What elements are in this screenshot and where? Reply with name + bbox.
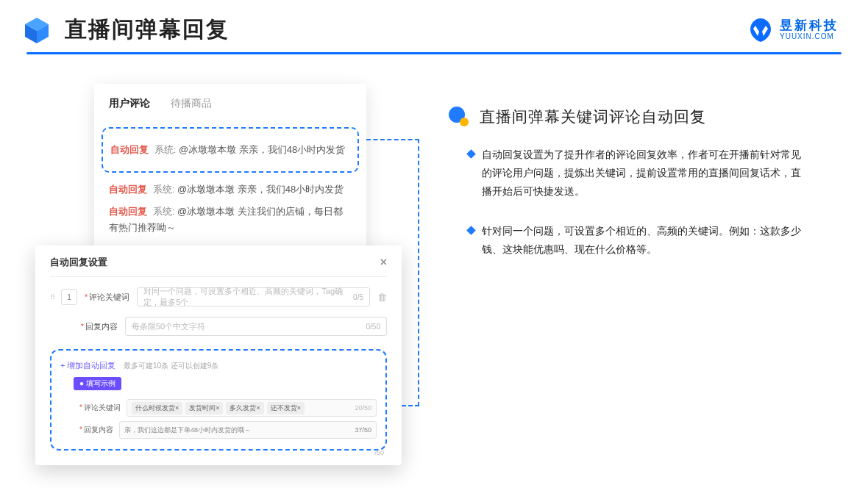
content-row: *回复内容 每条限50个中文字符 0/50 bbox=[50, 317, 387, 336]
close-icon[interactable]: × bbox=[380, 256, 387, 269]
content-placeholder: 每条限50个中文字符 bbox=[132, 321, 205, 332]
comments-tabs: 用户评论 待播商品 bbox=[109, 97, 352, 117]
comment-row: 自动回复 系统: @冰墩墩本墩 亲亲，我们48小时内发货 bbox=[109, 182, 352, 198]
keyword-chip[interactable]: 发货时间× bbox=[185, 402, 223, 415]
ex-keyword-label: 评论关键词 bbox=[84, 403, 121, 412]
add-sub-text: 最多可建10条 还可以创建9条 bbox=[124, 362, 218, 370]
keyword-chip[interactable]: 什么时候发货× bbox=[132, 402, 182, 415]
add-auto-reply-link[interactable]: + 增加自动回复 bbox=[60, 361, 115, 370]
chat-bubble-icon bbox=[447, 106, 469, 128]
example-keyword-input[interactable]: 什么时候发货× 发货时间× 多久发货× 还不发货× 20/50 bbox=[127, 399, 377, 417]
keyword-chip[interactable]: 多久发货× bbox=[226, 402, 263, 415]
keyword-count: 0/5 bbox=[353, 293, 363, 301]
example-keyword-row: *评论关键词 什么时候发货× 发货时间× 多久发货× 还不发货× 20/50 bbox=[79, 399, 377, 417]
keyword-label: 评论关键词 bbox=[89, 293, 129, 301]
keyword-chip[interactable]: 还不发货× bbox=[267, 402, 305, 415]
settings-title: 自动回复设置 bbox=[50, 256, 107, 269]
content-label: 回复内容 bbox=[85, 322, 118, 331]
diamond-bullet-icon bbox=[466, 149, 476, 159]
system-label: 系统: bbox=[153, 206, 175, 217]
bullet-text: 自动回复设置为了提升作者的评论回复效率，作者可在开播前针对常见的评论用户问题，提… bbox=[482, 146, 806, 201]
right-column: 直播间弹幕关键词评论自动回复 自动回复设置为了提升作者的评论回复效率，作者可在开… bbox=[447, 84, 833, 279]
comment-text: @冰墩墩本墩 亲亲，我们48小时内发货 bbox=[179, 144, 345, 155]
comment-row: 自动回复 系统: @冰墩墩本墩 亲亲，我们48小时内发货 bbox=[110, 142, 350, 158]
tab-user-comments[interactable]: 用户评论 bbox=[109, 97, 150, 116]
cube-icon bbox=[22, 15, 51, 45]
connector-line bbox=[418, 139, 419, 406]
system-label: 系统: bbox=[154, 144, 177, 155]
section-header: 直播间弹幕关键词评论自动回复 bbox=[447, 106, 833, 128]
brand-block: 昱新科技 YUUXIN.COM bbox=[747, 17, 839, 43]
content-input[interactable]: 每条限50个中文字符 0/50 bbox=[125, 317, 387, 336]
example-pill: ● 填写示例 bbox=[74, 377, 121, 390]
example-block: + 增加自动回复 最多可建10条 还可以创建9条 ● 填写示例 *评论关键词 什… bbox=[50, 349, 387, 451]
auto-reply-badge: 自动回复 bbox=[110, 144, 149, 155]
section-title: 直播间弹幕关键词评论自动回复 bbox=[480, 107, 706, 127]
brand-logo-icon bbox=[747, 17, 774, 43]
page-title: 直播间弹幕回复 bbox=[65, 15, 230, 45]
connector-line bbox=[402, 405, 419, 406]
brand-name: 昱新科技 bbox=[780, 19, 839, 32]
auto-reply-settings-panel: 自动回复设置 × ⠿ 1 *评论关键词 对同一个问题，可设置多个相近、高频的关键… bbox=[35, 245, 402, 465]
page-header: 直播间弹幕回复 昱新科技 YUUXIN.COM bbox=[0, 0, 868, 52]
ex-content-value: 亲，我们这边都是下单48小时内发货的哦～ bbox=[124, 426, 251, 435]
bullet-item: 针对同一个问题，可设置多个相近的、高频的关键词。例如：这款多少钱、这块能优惠吗、… bbox=[468, 222, 806, 259]
comment-text: @冰墩墩本墩 亲亲，我们48小时内发货 bbox=[177, 184, 344, 195]
tab-pending-goods[interactable]: 待播商品 bbox=[171, 97, 212, 116]
auto-reply-badge: 自动回复 bbox=[109, 184, 147, 195]
diamond-bullet-icon bbox=[466, 226, 476, 235]
connector-line bbox=[366, 139, 419, 140]
bullet-item: 自动回复设置为了提升作者的评论回复效率，作者可在开播前针对常见的评论用户问题，提… bbox=[468, 146, 806, 201]
ex-content-count: 37/50 bbox=[355, 426, 371, 434]
stray-count: /50 bbox=[374, 449, 384, 456]
drag-handle-icon[interactable]: ⠿ bbox=[50, 293, 54, 301]
bullet-text: 针对同一个问题，可设置多个相近的、高频的关键词。例如：这款多少钱、这块能优惠吗、… bbox=[482, 222, 806, 259]
auto-reply-badge: 自动回复 bbox=[109, 206, 147, 217]
highlighted-comment: 自动回复 系统: @冰墩墩本墩 亲亲，我们48小时内发货 bbox=[102, 127, 359, 173]
example-content-input[interactable]: 亲，我们这边都是下单48小时内发货的哦～ 37/50 bbox=[119, 421, 377, 439]
keyword-input[interactable]: 对同一个问题，可设置多个相近、高频的关键词，Tag确定，最多5个 0/5 bbox=[137, 287, 370, 306]
comment-row: 自动回复 系统: @冰墩墩本墩 关注我们的店铺，每日都有热门推荐呦～ bbox=[109, 204, 352, 236]
left-column: 用户评论 待播商品 自动回复 系统: @冰墩墩本墩 亲亲，我们48小时内发货 自… bbox=[35, 84, 418, 279]
ex-keyword-count: 20/50 bbox=[355, 404, 371, 412]
ex-content-label: 回复内容 bbox=[84, 426, 113, 434]
example-content-row: *回复内容 亲，我们这边都是下单48小时内发货的哦～ 37/50 bbox=[79, 421, 377, 439]
index-box: 1 bbox=[61, 289, 77, 305]
brand-url: YUUXIN.COM bbox=[780, 33, 839, 40]
keyword-placeholder: 对同一个问题，可设置多个相近、高频的关键词，Tag确定，最多5个 bbox=[143, 286, 353, 308]
keyword-row: ⠿ 1 *评论关键词 对同一个问题，可设置多个相近、高频的关键词，Tag确定，最… bbox=[50, 287, 387, 306]
delete-icon[interactable]: 🗑 bbox=[377, 292, 387, 303]
content-count: 0/50 bbox=[366, 323, 380, 331]
system-label: 系统: bbox=[153, 184, 175, 195]
svg-point-4 bbox=[460, 118, 469, 126]
